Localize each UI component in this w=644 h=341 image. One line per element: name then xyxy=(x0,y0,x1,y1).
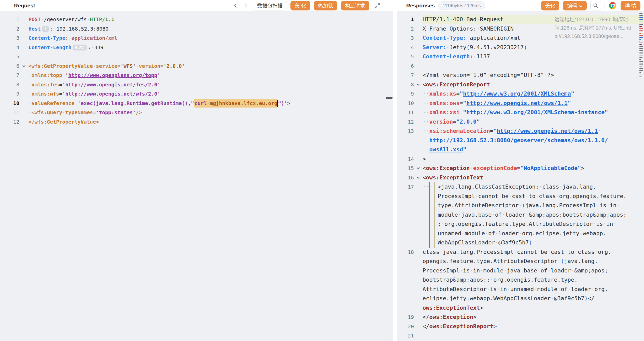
code-line[interactable]: 12</wfs:GetPropertyValue> xyxy=(0,117,385,127)
code-line[interactable]: 10·valueReference='exec(java.lang.Runtim… xyxy=(0,99,385,108)
response-minimap[interactable] xyxy=(639,12,644,341)
code-line[interactable]: 7·xmlns:topp='http://www.openplans.org/t… xyxy=(0,71,385,80)
code-line[interactable]: 17···>java.lang.ClassCastException:·clas… xyxy=(397,182,644,247)
code-token: http://192.168.52.3:8080/geoserver/schem… xyxy=(429,137,608,153)
code-token: > xyxy=(473,314,477,320)
minimap-line xyxy=(639,21,642,21)
fold-gutter xyxy=(19,52,29,61)
line-number: 3 xyxy=(397,33,414,43)
code-token: ' xyxy=(157,82,160,88)
beautify-response-button[interactable]: 美化 xyxy=(541,1,559,10)
indent-whitespace-dots: ·· xyxy=(423,99,429,108)
line-number: 18 xyxy=(397,247,414,257)
fold-gutter xyxy=(414,182,423,192)
code-line-content: ·xmlns:fes='http://www.opengis.net/fes/2… xyxy=(29,80,165,89)
code-token: http://www.w3.org/2001/XMLSchema xyxy=(463,90,571,97)
code-token: http://www.opengis.net/wfs/2.0 xyxy=(65,91,157,97)
encode-dropdown-button[interactable]: 编码 xyxy=(563,1,587,10)
code-token: " xyxy=(493,128,497,134)
code-line[interactable]: 9··xmlns:xs="http://www.w3.org/2001/XMLS… xyxy=(397,89,644,99)
code-token: ) xyxy=(584,295,588,301)
minimap-line xyxy=(639,35,643,36)
minimap-line xyxy=(639,57,642,58)
panel-splitter xyxy=(385,0,397,341)
splitter-drag-handle[interactable] xyxy=(386,97,393,99)
fold-chevron[interactable] xyxy=(19,61,29,71)
next-request-button[interactable] xyxy=(243,2,249,9)
construct-request-button[interactable]: 构造请求 xyxy=(341,1,369,10)
line-number: 11 xyxy=(397,108,414,117)
code-line[interactable]: 4Content-Lengthauto:·339 xyxy=(0,43,385,52)
code-token: <?xml·version="1.0"·encoding="UTF-8"·?> xyxy=(423,72,554,78)
splitter-track xyxy=(385,11,393,341)
code-line[interactable]: 16<ows:ExceptionText xyxy=(397,173,644,182)
code-line[interactable]: 9·xmlns:wfs='http://www.opengis.net/wfs/… xyxy=(0,89,385,99)
code-line-content: Content-Lengthauto:·339 xyxy=(29,43,108,52)
code-line[interactable]: 6<wfs:GetPropertyValue·service='WFS'·ver… xyxy=(0,61,385,71)
code-line[interactable]: 15<ows:Exception·exceptionCode="NoApplic… xyxy=(397,164,644,173)
search-button[interactable] xyxy=(590,1,601,10)
code-line[interactable]: 18class·java.lang.ProcessImpl·cannot·be·… xyxy=(397,247,644,313)
code-line[interactable]: 3Content-Type:·application/xml xyxy=(0,33,385,43)
minimap-line xyxy=(639,30,643,31)
code-line[interactable]: 7<?xml·version="1.0"·encoding="UTF-8"·?> xyxy=(397,71,644,80)
packet-scan-button[interactable]: 数据包扫描 xyxy=(253,1,287,10)
code-token: exceptionCode xyxy=(473,165,517,171)
code-token: ' xyxy=(65,72,68,78)
code-line[interactable]: 14> xyxy=(397,154,644,164)
line-number: 8 xyxy=(0,80,19,89)
fold-gutter xyxy=(19,99,29,108)
code-token: ows:Exception xyxy=(429,314,473,320)
fullscreen-icon[interactable] xyxy=(373,1,382,10)
beautify-request-button[interactable]: 美 化 xyxy=(290,1,310,10)
code-token: > xyxy=(287,100,290,106)
code-token: = xyxy=(62,72,65,78)
code-token: · xyxy=(62,109,65,115)
line-number: 10 xyxy=(397,99,414,108)
fold-chevron-icon xyxy=(416,175,421,180)
code-line[interactable]: 4Server:·Jetty(9.4.51.v20230217) xyxy=(397,43,644,52)
fold-chevron[interactable] xyxy=(414,173,423,182)
hot-reload-button[interactable]: 热加载 xyxy=(314,1,337,10)
code-token: = xyxy=(460,100,463,106)
code-token: ")' xyxy=(278,100,287,106)
prev-request-button[interactable] xyxy=(232,2,239,9)
code-line[interactable]: 1POST·/geoserver/wfs·HTTP/1.1 xyxy=(0,15,385,24)
code-line[interactable]: 11·<wfs:Query·typeNames='topp:states'/> xyxy=(0,108,385,117)
code-token: xmlns:topp xyxy=(32,72,62,78)
code-line-content: ·xmlns:wfs='http://www.opengis.net/wfs/2… xyxy=(29,89,165,99)
code-token: ·1137 xyxy=(473,53,490,60)
indent-guide xyxy=(429,182,430,248)
code-line[interactable]: 13··xsi:schemaLocation="http://www.openg… xyxy=(397,126,644,154)
fold-chevron[interactable] xyxy=(414,80,423,89)
code-line[interactable]: 2Host?:·192.168.52.3:8080 xyxy=(0,24,385,34)
line-number: 11 xyxy=(0,108,19,117)
code-token: < xyxy=(423,165,426,171)
code-token: typeNames xyxy=(65,109,93,115)
line-number: 19 xyxy=(397,312,414,322)
code-line[interactable]: 10··xmlns:ows="http://www.opengis.net/ow… xyxy=(397,99,644,108)
code-line[interactable]: 5 xyxy=(0,52,385,61)
detail-button[interactable]: 详 情 xyxy=(621,1,640,10)
minimap-line xyxy=(639,74,641,74)
code-line[interactable]: 21 xyxy=(397,331,644,340)
code-token: <wfs:Query xyxy=(32,109,62,115)
code-line[interactable]: 19</ows:Exception> xyxy=(397,312,644,322)
code-line[interactable]: 8·xmlns:fes='http://www.opengis.net/fes/… xyxy=(0,80,385,89)
chrome-icon xyxy=(609,2,617,9)
response-editor[interactable]: 1HTTP/1.1·400·Bad·Request2X-Frame-Option… xyxy=(397,11,644,341)
code-line[interactable]: 20</ows:ExceptionReport> xyxy=(397,322,644,331)
code-token: Content-Type: xyxy=(423,35,466,41)
code-line[interactable]: 8<ows:ExceptionReport xyxy=(397,80,644,89)
request-editor[interactable]: 1POST·/geoserver/wfs·HTTP/1.12Host?:·192… xyxy=(0,11,385,341)
code-line[interactable]: 5Content-Length:·1137 xyxy=(397,52,644,61)
code-line-content: Content-Type:·application/xml xyxy=(423,33,525,43)
open-in-browser-button[interactable] xyxy=(608,1,617,10)
code-line[interactable]: 6 xyxy=(397,61,644,71)
code-line[interactable]: 12··version="2.0.0" xyxy=(397,117,644,127)
code-line-content: <ows:ExceptionText xyxy=(423,173,488,182)
code-line[interactable]: 11··xmlns:xsi="http://www.w3.org/2001/XM… xyxy=(397,108,644,117)
minimap-line xyxy=(639,15,643,16)
code-line-content: ·<wfs:Query·typeNames='topp:states'/> xyxy=(29,108,147,117)
fold-chevron[interactable] xyxy=(414,164,423,173)
